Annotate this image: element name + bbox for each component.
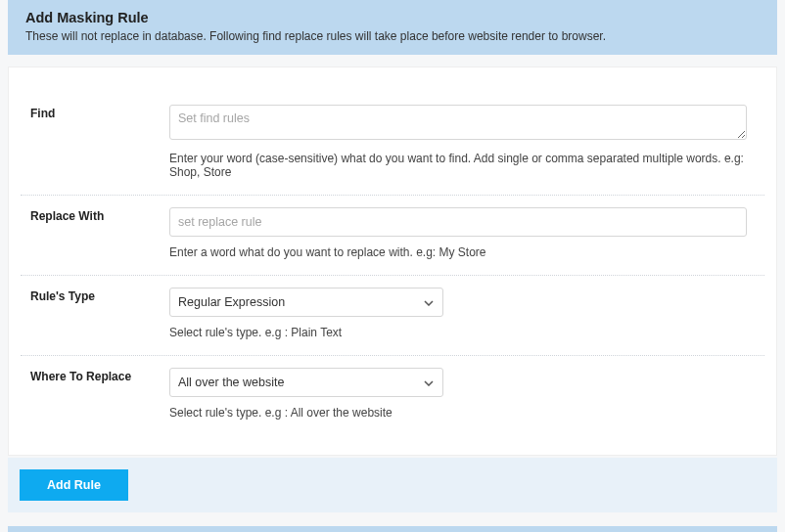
row-find: Find Enter your word (case-sensitive) wh…	[21, 93, 764, 196]
page-title: Add Masking Rule	[25, 10, 760, 25]
row-replace: Replace With Enter a word what do you wa…	[21, 196, 764, 276]
replace-input[interactable]	[169, 207, 747, 237]
label-replace: Replace With	[21, 207, 169, 259]
find-input[interactable]	[169, 105, 747, 140]
page-subtitle: These will not replace in database. Foll…	[25, 29, 760, 43]
form-card: Find Enter your word (case-sensitive) wh…	[8, 66, 777, 456]
replace-hint: Enter a word what do you want to replace…	[169, 245, 747, 259]
action-bar: Add Rule	[8, 458, 777, 512]
row-rule-type: Rule's Type Regular Expression Select ru…	[21, 276, 764, 356]
label-rule-type: Rule's Type	[21, 288, 169, 339]
rule-type-hint: Select rule's type. e.g : Plain Text	[169, 326, 747, 339]
footer: Thank you for choosing us! codesolz.net	[8, 526, 777, 532]
where-select[interactable]: All over the website	[169, 368, 443, 397]
find-hint: Enter your word (case-sensitive) what do…	[169, 152, 747, 179]
page-header: Add Masking Rule These will not replace …	[8, 0, 777, 55]
where-hint: Select rule's type. e.g : All over the w…	[169, 406, 747, 420]
label-where: Where To Replace	[21, 368, 169, 420]
add-rule-button[interactable]: Add Rule	[20, 469, 128, 501]
label-find: Find	[21, 105, 169, 179]
row-where: Where To Replace All over the website Se…	[21, 356, 764, 427]
rule-type-select[interactable]: Regular Expression	[169, 288, 443, 317]
